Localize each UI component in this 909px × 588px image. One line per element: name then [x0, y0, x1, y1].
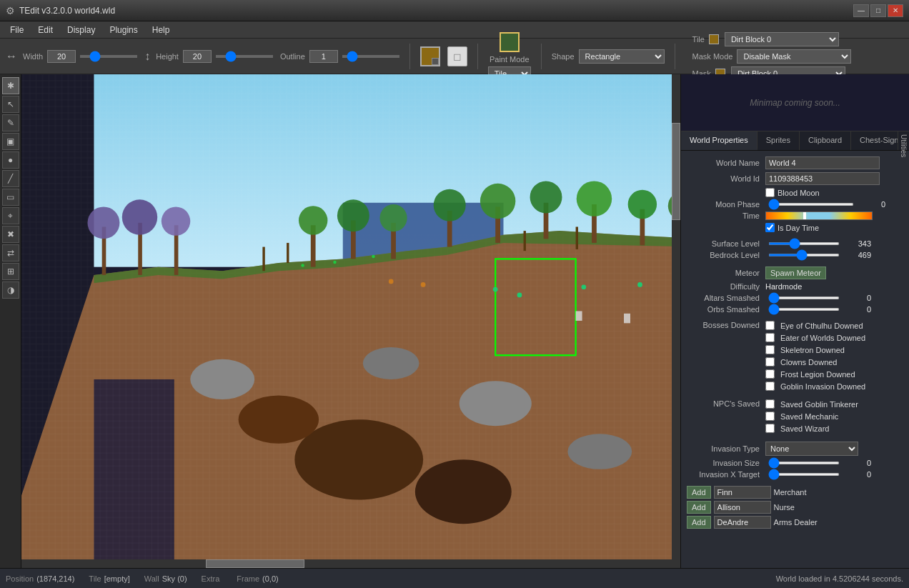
left-toolbar: ✱ ↖ ✎ ▣ ● ╱ ▭ ⌖ ✖ ⇄ ⊞ ◑ — [0, 74, 21, 568]
frame-value: (0,0) — [262, 574, 279, 583]
right-panel-inner: World Name World Id Blood Moon — [681, 151, 909, 568]
horizontal-scrollbar-thumb[interactable] — [206, 559, 304, 568]
outline-input[interactable] — [309, 50, 338, 63]
height-input[interactable] — [183, 50, 212, 63]
npc-name-input-0[interactable] — [714, 486, 771, 499]
tool-circle[interactable]: ● — [2, 151, 19, 169]
surface-level-slider[interactable] — [768, 242, 840, 245]
divider-3 — [541, 44, 542, 69]
npc-saved-checkbox-1[interactable] — [765, 412, 775, 421]
statusbar: Position (1874,214) Tile [empty] Wall Sk… — [0, 568, 909, 588]
menu-help[interactable]: Help — [145, 24, 177, 36]
invasion-type-dropdown[interactable]: None Goblin Army Frost Legion Pirates — [765, 442, 858, 456]
svg-point-19 — [87, 206, 119, 239]
orbs-smashed-slider[interactable] — [768, 308, 840, 311]
menu-display[interactable]: Display — [60, 24, 102, 36]
boss-checkbox-1[interactable] — [765, 333, 775, 342]
boss-checkbox-2[interactable] — [765, 345, 775, 354]
tool-pencil[interactable]: ✎ — [2, 114, 19, 131]
shape-group: Shape Rectangle Square Ellipse — [552, 49, 665, 64]
blood-moon-row: Blood Moon — [687, 188, 903, 197]
boss-checkbox-4[interactable] — [765, 369, 775, 379]
horizontal-scrollbar[interactable] — [21, 559, 680, 568]
npc-name-input-1[interactable] — [714, 501, 771, 514]
npc-name-input-2[interactable] — [714, 516, 771, 529]
moon-phase-slider[interactable] — [768, 203, 854, 206]
eraser-icon[interactable]: ◻ — [447, 46, 467, 66]
maximize-button[interactable]: □ — [870, 4, 886, 17]
npc-saved-checkbox-0[interactable] — [765, 399, 775, 409]
wall-value: Sky (0) — [162, 574, 187, 583]
boss-row-5: Goblin Invasion Downed — [765, 382, 865, 391]
npcs-saved-row: NPC's Saved Saved Goblin Tinkerer Saved … — [687, 399, 903, 434]
tile-preview[interactable] — [420, 46, 440, 66]
altars-smashed-slider[interactable] — [768, 297, 840, 299]
tool-morph[interactable]: ⇄ — [2, 244, 19, 261]
minimize-button[interactable]: — — [853, 4, 869, 17]
boss-checkbox-3[interactable] — [765, 357, 775, 367]
bedrock-level-slider[interactable] — [768, 254, 840, 256]
npc-saved-0: Saved Goblin Tinkerer — [765, 399, 858, 409]
npc-type-1: Nurse — [774, 503, 795, 512]
vertical-scrollbar-thumb[interactable] — [672, 123, 680, 220]
npc-saved-1: Saved Mechanic — [765, 412, 858, 421]
add-npc-btn-1[interactable]: Add — [687, 501, 711, 514]
frame-status: Frame (0,0) — [237, 574, 278, 583]
titlebar-controls: — □ ✕ — [853, 4, 903, 17]
svg-point-33 — [480, 184, 515, 219]
tool-picker[interactable]: ⌖ — [2, 207, 19, 224]
svg-rect-47 — [94, 379, 174, 568]
canvas-area[interactable] — [21, 74, 680, 568]
tool-line[interactable]: ╱ — [2, 170, 19, 187]
menu-file[interactable]: File — [3, 24, 31, 36]
menu-plugins[interactable]: Plugins — [102, 24, 144, 36]
tab-world-properties[interactable]: World Properties — [681, 131, 758, 150]
svg-point-25 — [299, 206, 327, 234]
titlebar: ⚙ TEdit v3.2.0.0 world4.wld — □ ✕ — [0, 0, 909, 21]
divider-1 — [409, 44, 410, 69]
tool-gradient[interactable]: ◑ — [2, 281, 19, 299]
menu-edit[interactable]: Edit — [31, 24, 60, 36]
time-slider-track[interactable] — [765, 211, 873, 220]
width-input[interactable] — [47, 50, 76, 63]
utilities-tab[interactable]: Utilities — [898, 131, 909, 150]
boss-checkbox-0[interactable] — [765, 321, 775, 330]
close-button[interactable]: ✕ — [888, 4, 903, 17]
npcs-saved-label: NPC's Saved — [687, 399, 765, 408]
vertical-scrollbar[interactable] — [672, 74, 680, 559]
add-npc-btn-0[interactable]: Add — [687, 486, 711, 499]
invasion-x-target-slider[interactable] — [768, 473, 840, 476]
tab-sprites[interactable]: Sprites — [758, 131, 800, 150]
world-name-input[interactable] — [765, 156, 880, 169]
boss-label-3: Clowns Downed — [780, 358, 837, 367]
tool-eraser[interactable]: ✖ — [2, 226, 19, 243]
height-slider[interactable] — [216, 55, 273, 58]
position-status: Position (1874,214) — [6, 574, 74, 583]
tool-fill[interactable]: ▣ — [2, 133, 19, 150]
tab-clipboard[interactable]: Clipboard — [800, 131, 851, 150]
npc-type-0: Merchant — [774, 488, 807, 497]
boss-checkbox-5[interactable] — [765, 382, 775, 391]
tool-rect[interactable]: ▭ — [2, 189, 19, 206]
spawn-meteor-button[interactable]: Spawn Meteor — [765, 266, 826, 279]
tool-select[interactable]: ✱ — [2, 77, 19, 94]
svg-point-16 — [460, 381, 532, 426]
app-icon: ⚙ — [6, 5, 15, 16]
invasion-x-target-label: Invasion X Target — [687, 470, 765, 479]
invasion-size-slider[interactable] — [768, 462, 840, 464]
orbs-smashed-row: Orbs Smashed 0 — [687, 305, 903, 314]
tool-arrow[interactable]: ↖ — [2, 96, 19, 113]
mask-mode-dropdown[interactable]: Disable Mask — [737, 49, 851, 64]
add-npc-btn-2[interactable]: Add — [687, 516, 711, 529]
svg-rect-58 — [576, 311, 582, 320]
paint-mode-preview[interactable] — [500, 32, 520, 52]
blood-moon-checkbox[interactable] — [765, 188, 775, 197]
tile-dropdown[interactable]: Dirt Block 0 — [725, 32, 839, 46]
outline-slider[interactable] — [342, 55, 399, 58]
shape-select[interactable]: Rectangle Square Ellipse — [579, 49, 665, 64]
tool-stamp[interactable]: ⊞ — [2, 263, 19, 280]
world-id-input[interactable] — [765, 172, 880, 185]
npc-saved-checkbox-2[interactable] — [765, 424, 775, 433]
is-day-time-checkbox[interactable] — [765, 223, 775, 232]
width-slider[interactable] — [80, 55, 137, 58]
